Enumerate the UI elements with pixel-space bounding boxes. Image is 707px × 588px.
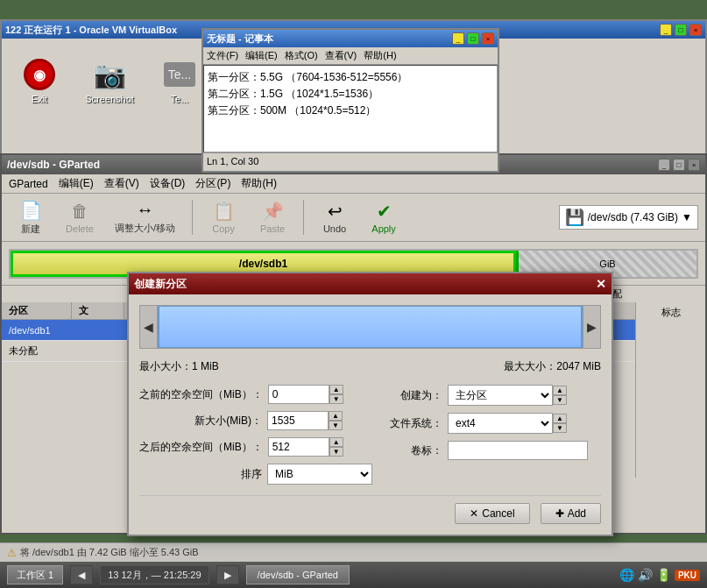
toolbar-separator-2 — [303, 200, 304, 235]
workspace-item[interactable]: 工作区 1 — [7, 565, 63, 584]
new-size-input[interactable] — [267, 411, 329, 430]
notepad-menu-view[interactable]: 查看(V) — [325, 49, 357, 62]
size-min-label: 最小大小：1 MiB — [139, 359, 219, 374]
new-partition-button[interactable]: 📄 新建 — [9, 196, 53, 239]
row1-partition: /dev/sdb1 — [2, 325, 72, 336]
gparted-minimize-button[interactable]: _ — [658, 159, 670, 171]
status-warning-icon: ⚠ — [7, 547, 17, 559]
filesystem-spin-up[interactable]: ▲ — [553, 414, 567, 423]
free-before-input[interactable] — [268, 385, 329, 404]
cancel-button[interactable]: ✕ Cancel — [455, 503, 529, 524]
pku-badge: PKU — [675, 570, 700, 581]
hdd-icon: 💾 — [565, 208, 584, 227]
vbox-maximize-button[interactable]: □ — [675, 24, 687, 36]
gparted-menu-view[interactable]: 查看(V) — [104, 176, 139, 191]
apply-label: Apply — [371, 223, 396, 234]
network-icon[interactable]: 🌐 — [619, 568, 634, 582]
gparted-statusbar: ⚠ 将 /dev/sdb1 由 7.42 GiB 缩小至 5.43 GiB — [0, 542, 707, 562]
align-select[interactable]: MiB — [267, 464, 372, 485]
new-label: 新建 — [21, 223, 40, 236]
free-after-input[interactable] — [268, 437, 329, 457]
gparted-menu-gparted[interactable]: GParted — [9, 178, 48, 190]
label-row: 卷标： — [390, 441, 601, 460]
notepad-close-button[interactable]: × — [482, 32, 494, 45]
free-before-spin-up[interactable]: ▲ — [329, 385, 343, 394]
taskbar-right: 🌐 🔊 🔋 PKU — [619, 568, 700, 582]
slider-track[interactable] — [158, 305, 583, 349]
slider-area: ◀ ▶ — [139, 305, 601, 349]
notepad-titlebar-buttons: _ □ × — [452, 32, 494, 45]
notepad-menu-file[interactable]: 文件(F) — [207, 49, 238, 62]
resize-label: 调整大小/移动 — [115, 222, 175, 235]
gparted-menu-partition[interactable]: 分区(P) — [195, 176, 230, 191]
free-before-spin-down[interactable]: ▼ — [329, 394, 343, 404]
vbox-close-button[interactable]: × — [689, 24, 702, 36]
form-grid: 之前的空余空间（MiB）： ▲ ▼ 新大小(MiB)： — [139, 385, 601, 485]
volume-icon[interactable]: 🔊 — [638, 568, 653, 582]
statusbar-text: 将 /dev/sdb1 由 7.42 GiB 缩小至 5.43 GiB — [20, 546, 199, 559]
notepad-content[interactable]: 第一分区：5.5G （7604-1536-512=5556） 第二分区：1.5G… — [203, 65, 498, 152]
resize-partition-button[interactable]: ↔ 调整大小/移动 — [107, 196, 183, 238]
terminal-label: Te... — [171, 94, 189, 104]
add-button[interactable]: ✚ Add — [541, 503, 601, 524]
gparted-menu-edit[interactable]: 编辑(E) — [59, 176, 94, 191]
gparted-titlebar-buttons: _ □ × — [658, 159, 700, 171]
label-input[interactable] — [448, 441, 588, 460]
nav-prev-icon: ◀ — [78, 570, 85, 581]
free-before-row: 之前的空余空间（MiB）： ▲ ▼ — [139, 385, 372, 404]
copy-label: Copy — [212, 223, 235, 234]
new-size-spin-down[interactable]: ▼ — [329, 421, 343, 430]
device-label: /dev/sdb (7.43 GiB) — [588, 211, 678, 223]
copy-partition-button[interactable]: 📋 Copy — [201, 197, 245, 237]
battery-icon[interactable]: 🔋 — [656, 568, 671, 582]
filesystem-spin-down[interactable]: ▼ — [553, 423, 567, 433]
taskbar-gparted-item[interactable]: /dev/sdb - GParted — [246, 565, 350, 584]
desktop-icon-terminal[interactable]: Te... Te... — [153, 58, 206, 104]
align-input-container: MiB — [267, 464, 372, 485]
notepad-menu-edit[interactable]: 编辑(E) — [245, 49, 278, 62]
apply-button[interactable]: ✔ Apply — [362, 197, 406, 237]
toolbar-right: 💾 /dev/sdb (7.43 GiB) ▼ — [559, 205, 698, 230]
dialog-titlebar: 创建新分区 ✕ — [129, 273, 612, 294]
gparted-menu-help[interactable]: 帮助(H) — [241, 176, 277, 191]
create-as-spin-up[interactable]: ▲ — [553, 386, 567, 395]
slider-right-arrow[interactable]: ▶ — [583, 305, 600, 349]
paste-partition-button[interactable]: 📌 Paste — [251, 197, 294, 237]
create-as-select[interactable]: 主分区 — [448, 385, 553, 406]
desktop-icon-screenshot[interactable]: 📷 Screenshot — [83, 58, 136, 104]
free-after-spin-down[interactable]: ▼ — [329, 447, 343, 457]
new-size-spin-up[interactable]: ▲ — [329, 411, 343, 421]
undo-button[interactable]: ↩ Undo — [313, 197, 357, 237]
size-max-label: 最大大小：2047 MiB — [504, 359, 601, 374]
taskbar-time: 13 12月，— 21:25:29 — [100, 565, 209, 584]
screenshot-label: Screenshot — [85, 94, 134, 104]
device-selector[interactable]: 💾 /dev/sdb (7.43 GiB) ▼ — [559, 205, 698, 230]
create-as-spin-down[interactable]: ▼ — [553, 395, 567, 405]
notepad-line3: 第三分区：500M （1024*0.5=512） — [208, 103, 493, 119]
dialog-close-button[interactable]: ✕ — [596, 277, 606, 291]
free-after-spin-up[interactable]: ▲ — [329, 437, 343, 447]
notepad-menu-format[interactable]: 格式(O) — [285, 49, 318, 62]
gparted-maximize-button[interactable]: □ — [673, 159, 685, 171]
filesystem-select[interactable]: ext4 — [448, 413, 553, 434]
gparted-menu-device[interactable]: 设备(D) — [150, 176, 186, 191]
notepad-menu-help[interactable]: 帮助(H) — [364, 49, 396, 62]
create-as-spinner: ▲ ▼ — [553, 386, 567, 405]
camera-icon: 📷 — [93, 58, 126, 91]
gparted-close-button[interactable]: × — [688, 159, 700, 171]
taskbar-nav-next[interactable]: ▶ — [216, 565, 239, 584]
create-as-row: 创建为： 主分区 ▲ ▼ — [390, 385, 601, 406]
label-label: 卷标： — [390, 443, 442, 458]
vbox-minimize-button[interactable]: _ — [660, 24, 672, 36]
taskbar-bottom: 工作区 1 ◀ 13 12月，— 21:25:29 ▶ /dev/sdb - G… — [0, 562, 707, 588]
delete-partition-button[interactable]: 🗑 Delete — [58, 198, 102, 237]
notepad-maximize-button[interactable]: □ — [467, 32, 479, 45]
exit-icon: ◉ — [23, 58, 56, 91]
new-size-input-container: ▲ ▼ — [267, 411, 343, 430]
desktop-icon-exit[interactable]: ◉ Exit — [13, 58, 66, 104]
partition-bar-label2: GiB — [599, 259, 615, 269]
vbox-titlebar-buttons: _ □ × — [660, 24, 702, 36]
slider-left-arrow[interactable]: ◀ — [140, 305, 158, 349]
notepad-minimize-button[interactable]: _ — [452, 32, 464, 45]
taskbar-nav-prev[interactable]: ◀ — [70, 565, 93, 584]
